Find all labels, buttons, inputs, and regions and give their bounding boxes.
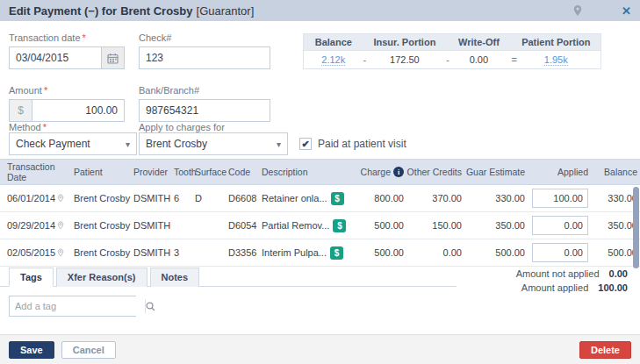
row-date: 02/05/2015 [7, 247, 55, 258]
row-other-credits: 370.00 [404, 193, 462, 203]
paid-at-visit-checkbox[interactable]: ✔ [299, 138, 312, 150]
col-transaction-date: Transaction Date [7, 161, 74, 182]
tag-input-box [9, 296, 136, 317]
bottom-zone: Tags Xfer Reason(s) Notes Amount not app… [0, 267, 640, 317]
tab-notes[interactable]: Notes [150, 268, 200, 287]
check-number-input[interactable] [140, 47, 270, 68]
row-other-credits: 0.00 [404, 247, 462, 258]
row-patient: Brent Crosby [74, 247, 133, 258]
amount-label: Amount* [9, 85, 47, 96]
patient-portion-header: Patient Portion [512, 34, 600, 50]
balance-summary-panel: Balance Insur. Portion Write-Off Patient… [303, 33, 601, 69]
insur-portion-value: 172.50 [390, 54, 420, 65]
location-pin-icon [57, 248, 64, 257]
money-icon[interactable]: $ [330, 246, 343, 260]
method-label: Method* [9, 122, 47, 132]
row-tooth: 3 [174, 247, 195, 258]
row-charge: 500.00 [353, 220, 404, 231]
bank-branch-input[interactable] [140, 100, 270, 121]
row-balance: 330.00 [590, 193, 637, 203]
balance-summary-headers: Balance Insur. Portion Write-Off Patient… [304, 34, 600, 51]
check-icon: ✔ [301, 139, 309, 150]
add-tag-input[interactable] [10, 296, 145, 316]
equals-operator: = [512, 54, 517, 65]
amount-field: $ [9, 99, 125, 122]
paid-at-visit-label: Paid at patient visit [318, 138, 406, 150]
table-row: 02/05/2015 Brent Crosby DSMITH 3 D3356 I… [0, 239, 640, 267]
row-patient: Brent Crosby [74, 193, 133, 203]
row-patient: Brent Crosby [74, 220, 133, 231]
col-charge: Charge i [353, 167, 404, 177]
amount-not-applied-value: 0.00 [609, 268, 628, 279]
amount-applied-value: 100.00 [598, 282, 628, 293]
row-charge: 500.00 [353, 247, 404, 258]
dialog-titlebar: Edit Payment (−) for Brent Crosby [Guara… [0, 0, 640, 21]
bank-branch-label: Bank/Branch# [139, 85, 199, 96]
chevron-down-icon: ▾ [120, 139, 130, 149]
row-date: 06/01/2014 [7, 193, 55, 203]
location-pin-icon[interactable] [572, 4, 583, 17]
chevron-down-icon: ▾ [271, 139, 281, 149]
row-provider: DSMITH [133, 220, 174, 231]
col-surface: Surface [195, 167, 228, 177]
row-balance: 500.00 [590, 247, 637, 258]
save-button[interactable]: Save [9, 341, 54, 359]
applied-amount-input[interactable] [532, 216, 588, 235]
applied-amount-input[interactable] [532, 189, 588, 208]
dialog-footer: Save Cancel Delete [0, 334, 640, 364]
row-charge: 800.00 [353, 193, 404, 203]
dialog-title: Edit Payment (−) for [9, 4, 117, 18]
tab-tags[interactable]: Tags [9, 268, 54, 287]
calendar-icon[interactable] [101, 47, 124, 68]
cancel-button[interactable]: Cancel [61, 341, 116, 359]
apply-to-label: Apply to charges for [139, 122, 225, 132]
col-patient: Patient [74, 167, 133, 177]
location-pin-icon [57, 221, 64, 230]
close-icon[interactable]: ✕ [622, 5, 631, 17]
row-description: Partial Remov... [262, 220, 329, 231]
totals-summary: Amount not applied 0.00 Amount applied 1… [516, 268, 628, 296]
check-number-field [139, 46, 270, 69]
row-date: 09/29/2014 [7, 220, 55, 231]
bank-branch-field [139, 99, 270, 122]
info-icon[interactable]: i [393, 167, 404, 177]
col-other-credits: Other Credits [404, 167, 462, 177]
col-balance: Balance [590, 167, 637, 177]
amount-input[interactable] [32, 100, 124, 121]
amount-applied-label: Amount applied [521, 282, 588, 293]
minus-operator: - [446, 54, 449, 65]
col-code: Code [228, 167, 262, 177]
applied-amount-input[interactable] [532, 243, 588, 262]
dollar-prefix: $ [10, 100, 32, 121]
col-description: Description [262, 167, 353, 177]
table-scrollbar[interactable] [633, 187, 639, 268]
row-provider: DSMITH [133, 247, 174, 258]
apply-to-select[interactable]: Brent Crosby ▾ [139, 132, 288, 155]
row-code: D3356 [228, 247, 262, 258]
balance-value-link[interactable]: 2.12k [321, 54, 345, 66]
charges-table: Transaction Date Patient Provider Tooth … [0, 159, 640, 267]
dialog-title-patient: Brent Crosby [120, 4, 192, 18]
balance-header: Balance [304, 34, 363, 50]
tab-strip: Tags Xfer Reason(s) Notes [0, 267, 457, 287]
money-icon[interactable]: $ [331, 192, 344, 205]
charges-table-header: Transaction Date Patient Provider Tooth … [0, 159, 640, 185]
tab-xfer-reasons[interactable]: Xfer Reason(s) [56, 268, 147, 287]
search-icon[interactable] [145, 299, 155, 313]
method-select[interactable]: Check Payment ▾ [9, 132, 137, 155]
table-row: 09/29/2014 Brent Crosby DSMITH D6054 Par… [0, 212, 640, 239]
insur-portion-header: Insur. Portion [363, 34, 447, 50]
write-off-header: Write-Off [446, 34, 511, 50]
col-tooth: Tooth [174, 167, 195, 177]
col-guar-estimate: Guar Estimate [462, 167, 525, 177]
row-description: Retainer onla... [262, 193, 327, 203]
money-icon[interactable]: $ [333, 219, 346, 232]
transaction-date-input[interactable] [10, 47, 101, 68]
dialog-title-role: [Guarantor] [197, 4, 255, 18]
col-applied: Applied [525, 167, 590, 177]
row-code: D6054 [228, 220, 262, 231]
paid-at-visit-row: ✔ Paid at patient visit [299, 138, 406, 150]
delete-button[interactable]: Delete [579, 341, 631, 359]
patient-portion-value-link[interactable]: 1.95k [544, 54, 568, 66]
location-pin-icon [57, 194, 64, 203]
